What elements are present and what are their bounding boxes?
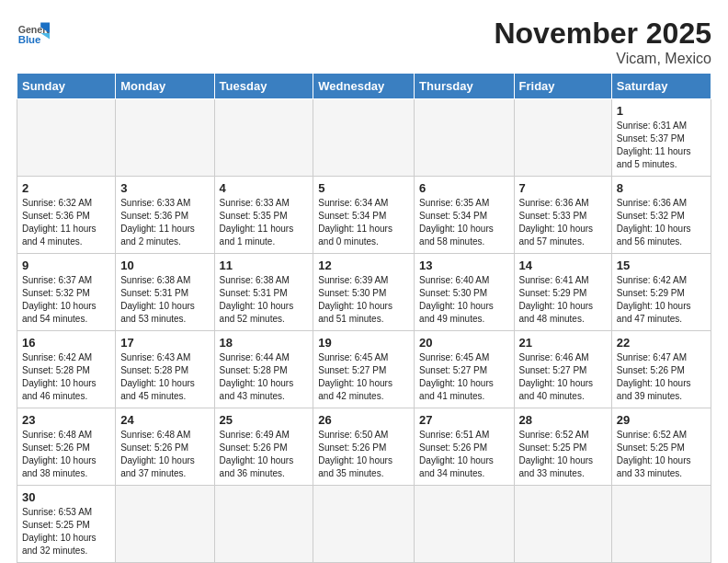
day-info: Sunrise: 6:48 AM Sunset: 5:26 PM Dayligh… bbox=[22, 429, 110, 480]
calendar-cell bbox=[611, 486, 711, 563]
day-number: 27 bbox=[419, 413, 508, 427]
day-number: 1 bbox=[617, 104, 706, 118]
day-number: 5 bbox=[318, 181, 409, 195]
day-number: 10 bbox=[120, 259, 209, 272]
calendar-title: November 2025 bbox=[494, 17, 711, 51]
calendar-week-row: 2Sunrise: 6:32 AM Sunset: 5:36 PM Daylig… bbox=[17, 177, 711, 254]
day-number: 15 bbox=[617, 259, 706, 272]
calendar-cell: 10Sunrise: 6:38 AM Sunset: 5:31 PM Dayli… bbox=[116, 254, 214, 331]
day-info: Sunrise: 6:47 AM Sunset: 5:26 PM Dayligh… bbox=[617, 351, 706, 403]
calendar-cell: 20Sunrise: 6:45 AM Sunset: 5:27 PM Dayli… bbox=[415, 331, 514, 408]
calendar-week-row: 30Sunrise: 6:53 AM Sunset: 5:25 PM Dayli… bbox=[17, 486, 711, 563]
calendar-cell bbox=[116, 99, 214, 177]
day-number: 22 bbox=[617, 336, 706, 350]
day-number: 29 bbox=[617, 413, 706, 427]
calendar-table: Sunday Monday Tuesday Wednesday Thursday… bbox=[17, 73, 711, 563]
day-info: Sunrise: 6:38 AM Sunset: 5:31 PM Dayligh… bbox=[120, 274, 209, 326]
day-info: Sunrise: 6:36 AM Sunset: 5:32 PM Dayligh… bbox=[617, 197, 706, 248]
day-number: 11 bbox=[220, 259, 309, 272]
day-number: 6 bbox=[419, 181, 508, 195]
header-friday: Friday bbox=[514, 74, 611, 99]
logo-icon: General Blue bbox=[17, 17, 50, 50]
logo: General Blue bbox=[17, 17, 50, 50]
calendar-cell bbox=[415, 99, 514, 177]
header-tuesday: Tuesday bbox=[214, 74, 313, 99]
day-number: 9 bbox=[22, 259, 110, 272]
calendar-cell: 9Sunrise: 6:37 AM Sunset: 5:32 PM Daylig… bbox=[17, 254, 116, 331]
calendar-cell: 15Sunrise: 6:42 AM Sunset: 5:29 PM Dayli… bbox=[611, 254, 711, 331]
header-wednesday: Wednesday bbox=[313, 74, 415, 99]
calendar-cell: 2Sunrise: 6:32 AM Sunset: 5:36 PM Daylig… bbox=[17, 177, 116, 254]
calendar-cell: 30Sunrise: 6:53 AM Sunset: 5:25 PM Dayli… bbox=[17, 486, 116, 563]
calendar-subtitle: Vicam, Mexico bbox=[494, 51, 711, 67]
day-info: Sunrise: 6:35 AM Sunset: 5:34 PM Dayligh… bbox=[419, 197, 508, 248]
day-info: Sunrise: 6:37 AM Sunset: 5:32 PM Dayligh… bbox=[22, 274, 110, 326]
calendar-cell: 5Sunrise: 6:34 AM Sunset: 5:34 PM Daylig… bbox=[313, 177, 415, 254]
day-info: Sunrise: 6:41 AM Sunset: 5:29 PM Dayligh… bbox=[519, 274, 607, 326]
day-number: 20 bbox=[419, 336, 508, 350]
day-info: Sunrise: 6:53 AM Sunset: 5:25 PM Dayligh… bbox=[22, 506, 110, 557]
day-info: Sunrise: 6:36 AM Sunset: 5:33 PM Dayligh… bbox=[519, 197, 607, 248]
day-number: 24 bbox=[120, 413, 209, 427]
day-number: 18 bbox=[220, 336, 309, 350]
calendar-cell bbox=[313, 99, 415, 177]
calendar-cell bbox=[214, 486, 313, 563]
day-number: 8 bbox=[617, 181, 706, 195]
calendar-cell: 24Sunrise: 6:48 AM Sunset: 5:26 PM Dayli… bbox=[116, 408, 214, 486]
day-info: Sunrise: 6:45 AM Sunset: 5:27 PM Dayligh… bbox=[318, 351, 409, 403]
calendar-week-row: 23Sunrise: 6:48 AM Sunset: 5:26 PM Dayli… bbox=[17, 408, 711, 486]
day-number: 7 bbox=[519, 181, 607, 195]
calendar-cell: 12Sunrise: 6:39 AM Sunset: 5:30 PM Dayli… bbox=[313, 254, 415, 331]
header-saturday: Saturday bbox=[611, 74, 711, 99]
calendar-cell: 3Sunrise: 6:33 AM Sunset: 5:36 PM Daylig… bbox=[116, 177, 214, 254]
calendar-cell: 16Sunrise: 6:42 AM Sunset: 5:28 PM Dayli… bbox=[17, 331, 116, 408]
calendar-cell: 6Sunrise: 6:35 AM Sunset: 5:34 PM Daylig… bbox=[415, 177, 514, 254]
day-info: Sunrise: 6:45 AM Sunset: 5:27 PM Dayligh… bbox=[419, 351, 508, 403]
calendar-cell: 27Sunrise: 6:51 AM Sunset: 5:26 PM Dayli… bbox=[415, 408, 514, 486]
day-info: Sunrise: 6:38 AM Sunset: 5:31 PM Dayligh… bbox=[220, 274, 309, 326]
calendar-cell bbox=[313, 486, 415, 563]
day-info: Sunrise: 6:43 AM Sunset: 5:28 PM Dayligh… bbox=[120, 351, 209, 403]
calendar-cell: 1Sunrise: 6:31 AM Sunset: 5:37 PM Daylig… bbox=[611, 99, 711, 177]
calendar-cell bbox=[116, 486, 214, 563]
day-number: 25 bbox=[220, 413, 309, 427]
calendar-cell bbox=[415, 486, 514, 563]
day-info: Sunrise: 6:48 AM Sunset: 5:26 PM Dayligh… bbox=[120, 429, 209, 480]
day-number: 4 bbox=[220, 181, 309, 195]
header: General Blue November 2025 Vicam, Mexico bbox=[17, 17, 711, 67]
calendar-cell: 8Sunrise: 6:36 AM Sunset: 5:32 PM Daylig… bbox=[611, 177, 711, 254]
day-info: Sunrise: 6:33 AM Sunset: 5:36 PM Dayligh… bbox=[120, 197, 209, 248]
day-number: 30 bbox=[22, 490, 110, 504]
weekday-header-row: Sunday Monday Tuesday Wednesday Thursday… bbox=[17, 74, 711, 99]
day-info: Sunrise: 6:39 AM Sunset: 5:30 PM Dayligh… bbox=[318, 274, 409, 326]
day-number: 19 bbox=[318, 336, 409, 350]
day-number: 14 bbox=[519, 259, 607, 272]
day-number: 2 bbox=[22, 181, 110, 195]
day-info: Sunrise: 6:40 AM Sunset: 5:30 PM Dayligh… bbox=[419, 274, 508, 326]
day-info: Sunrise: 6:34 AM Sunset: 5:34 PM Dayligh… bbox=[318, 197, 409, 248]
calendar-cell: 18Sunrise: 6:44 AM Sunset: 5:28 PM Dayli… bbox=[214, 331, 313, 408]
day-info: Sunrise: 6:52 AM Sunset: 5:25 PM Dayligh… bbox=[519, 429, 607, 480]
day-info: Sunrise: 6:46 AM Sunset: 5:27 PM Dayligh… bbox=[519, 351, 607, 403]
calendar-cell bbox=[514, 99, 611, 177]
calendar-page: General Blue November 2025 Vicam, Mexico… bbox=[0, 0, 728, 563]
calendar-cell bbox=[17, 99, 116, 177]
day-info: Sunrise: 6:50 AM Sunset: 5:26 PM Dayligh… bbox=[318, 429, 409, 480]
day-number: 3 bbox=[120, 181, 209, 195]
day-info: Sunrise: 6:42 AM Sunset: 5:29 PM Dayligh… bbox=[617, 274, 706, 326]
day-number: 16 bbox=[22, 336, 110, 350]
calendar-cell: 23Sunrise: 6:48 AM Sunset: 5:26 PM Dayli… bbox=[17, 408, 116, 486]
day-number: 12 bbox=[318, 259, 409, 272]
day-info: Sunrise: 6:42 AM Sunset: 5:28 PM Dayligh… bbox=[22, 351, 110, 403]
day-number: 28 bbox=[519, 413, 607, 427]
calendar-week-row: 16Sunrise: 6:42 AM Sunset: 5:28 PM Dayli… bbox=[17, 331, 711, 408]
calendar-cell bbox=[514, 486, 611, 563]
header-sunday: Sunday bbox=[17, 74, 116, 99]
calendar-body: 1Sunrise: 6:31 AM Sunset: 5:37 PM Daylig… bbox=[17, 99, 711, 563]
day-number: 23 bbox=[22, 413, 110, 427]
header-thursday: Thursday bbox=[415, 74, 514, 99]
calendar-cell: 22Sunrise: 6:47 AM Sunset: 5:26 PM Dayli… bbox=[611, 331, 711, 408]
calendar-cell: 19Sunrise: 6:45 AM Sunset: 5:27 PM Dayli… bbox=[313, 331, 415, 408]
calendar-cell: 26Sunrise: 6:50 AM Sunset: 5:26 PM Dayli… bbox=[313, 408, 415, 486]
calendar-cell bbox=[214, 99, 313, 177]
